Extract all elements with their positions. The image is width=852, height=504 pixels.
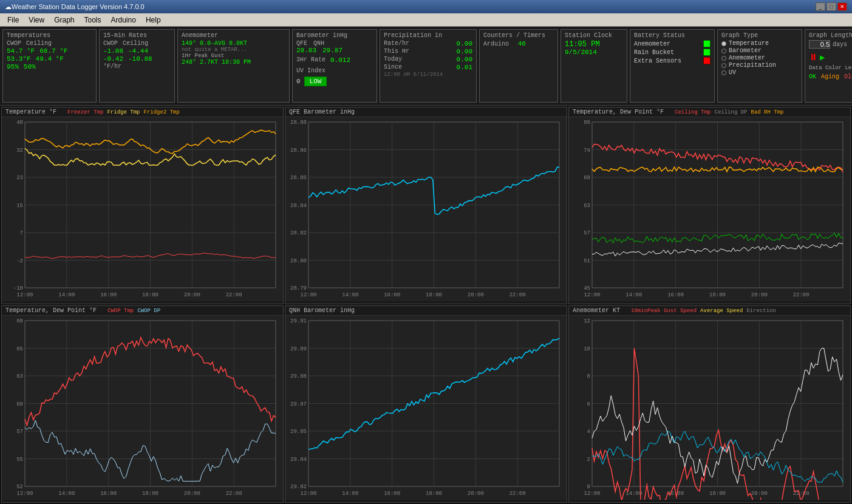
graph-length-panel: Graph Length days ⏸ ▶ Data Color Legend … <box>805 29 852 103</box>
rates-panel: 15-min Rates CWOP Ceiling -1.08 -4.44 -0… <box>99 29 175 103</box>
graph-type-title: Graph Type <box>721 32 798 39</box>
chart-tempdew-title: Temperature, Dew Point °F Ceiling Tmp Ce… <box>569 107 850 117</box>
cwop-temp-1: 54.7 °F <box>7 47 35 55</box>
precipitation-panel: Precipitation in Rate/hr 0.00 This Hr 0.… <box>380 29 477 103</box>
menu-arduino[interactable]: Arduino <box>106 15 141 26</box>
ceiling-label: Ceiling <box>26 40 52 47</box>
chart-cwop-temp-dp: Temperature, Dew Point °F CWOP Tmp CWOP … <box>1 305 284 503</box>
graph-type-temp[interactable]: Temperature <box>721 40 798 47</box>
ceiling-temp-1: 68.7 °F <box>39 47 67 55</box>
legend-freezer: Freezer Tmp <box>67 109 103 115</box>
barometer-panel: Barometer inHg QFE QNH 28.83 29.87 3Hr R… <box>292 29 377 103</box>
clock-title: Station Clock <box>565 32 623 39</box>
charts-area: Temperature °F Freezer Tmp Fridge Tmp Fr… <box>0 106 852 504</box>
menu-graph[interactable]: Graph <box>49 15 79 26</box>
app-title: Weather Station Data Logger Version 4.7.… <box>12 3 145 10</box>
uv-badge: LOW <box>304 77 327 86</box>
chart-canvas-bm <box>285 316 567 500</box>
chart-temp-title: Temperature °F Freezer Tmp Fridge Tmp Fr… <box>2 107 283 117</box>
arduino-val: 46 <box>518 40 526 47</box>
rate-cwop-2: -0.42 <box>103 55 123 63</box>
temperatures-panel: Temperatures CWOP Ceiling 54.7 °F 68.7 °… <box>2 29 97 103</box>
chart-canvas-br <box>569 316 850 500</box>
anem-line1: 149° 0.0-AVG 0.0KT <box>182 40 285 47</box>
graph-type-uv[interactable]: UV <box>721 69 798 76</box>
title-bar: ☁ Weather Station Data Logger Version 4.… <box>0 0 852 13</box>
chart-anemometer-kt: Anemometer KT 10minPeak Gust Speed Avera… <box>568 305 851 503</box>
precip-since-date: 12:00 AM 6/11/2014 <box>384 72 472 78</box>
data-color-legend: OK Aging Old <box>809 73 852 80</box>
menu-file[interactable]: File <box>2 15 24 26</box>
chart-cwop-title: Temperature, Dew Point °F CWOP Tmp CWOP … <box>2 306 283 316</box>
graph-length-unit: days <box>833 41 847 48</box>
chart-qnh-baro: QNH Barometer inHg <box>285 305 567 503</box>
graph-length-title: Graph Length <box>809 32 852 39</box>
graph-type-baro[interactable]: Barometer <box>721 47 798 54</box>
battery-anem-led <box>703 40 711 47</box>
graph-type-panel: Graph Type Temperature Barometer Anemome… <box>717 29 802 103</box>
rates-title: 15-min Rates <box>103 32 171 39</box>
uv-section: UV Index 0 LOW <box>296 67 373 86</box>
uv-value: 0 <box>296 78 301 85</box>
chart-temp-top-left: Temperature °F Freezer Tmp Fridge Tmp Fr… <box>1 107 284 304</box>
chart-canvas-tr <box>569 117 850 301</box>
chart-temp-dewpt-top: Temperature, Dew Point °F Ceiling Tmp Ce… <box>568 107 851 304</box>
close-button[interactable]: ✕ <box>837 2 847 11</box>
graph-type-anem[interactable]: Anemometer <box>721 55 798 61</box>
legend-fridge: Fridge Tmp <box>107 109 140 115</box>
legend-ok: OK <box>809 73 816 80</box>
radio-temp[interactable] <box>721 41 726 46</box>
menu-view[interactable]: View <box>24 15 49 26</box>
menu-tools[interactable]: Tools <box>80 15 106 26</box>
ceiling-humidity: 50% <box>24 63 36 70</box>
radio-precip[interactable] <box>721 63 726 68</box>
app-icon: ☁ <box>5 3 12 11</box>
anemometer-panel: Anemometer 149° 0.0-AVG 0.0KT not quite … <box>177 29 290 103</box>
precip-title: Precipitation in <box>384 32 472 39</box>
radio-anem[interactable] <box>721 56 726 61</box>
precip-today-label: Today <box>384 56 402 63</box>
radio-uv[interactable] <box>721 70 726 75</box>
precip-since-label: Since <box>384 64 402 71</box>
menu-help[interactable]: Help <box>141 15 166 26</box>
maximize-button[interactable]: □ <box>826 2 836 11</box>
chart-canvas-bl <box>2 316 283 500</box>
baro-qnh-val: 29.87 <box>322 47 343 54</box>
precip-rate-val: 0.00 <box>457 40 472 47</box>
baro-qnh-label: QNH <box>313 40 324 47</box>
graph-type-precip[interactable]: Precipitation <box>721 62 798 69</box>
rates-ceiling-label: Ceiling <box>123 40 148 47</box>
rate-ceiling-1: -4.44 <box>128 47 148 55</box>
precip-today-val: 0.00 <box>457 56 472 63</box>
anem-peakgust-label: 1Hr Peak Gust <box>182 53 285 59</box>
pause-button[interactable]: ⏸ <box>809 53 817 63</box>
radio-baro[interactable] <box>721 49 726 53</box>
chart-qnh-title: QNH Barometer inHg <box>285 306 567 316</box>
chart-anem-title: Anemometer KT 10minPeak Gust Speed Avera… <box>569 306 850 316</box>
battery-title: Battery Status <box>634 32 711 39</box>
precip-rate-label: Rate/hr <box>384 40 409 47</box>
chart-qfe-baro: QFE Barometer inHg <box>285 107 567 304</box>
minimize-button[interactable]: _ <box>816 2 825 11</box>
rates-unit: °F/hr <box>103 63 121 70</box>
battery-rain-led <box>703 49 711 56</box>
rates-cwop-label: CWOP <box>103 40 118 47</box>
arduino-label: Arduino <box>483 41 509 47</box>
counters-panel: Counters / Timers Arduino 46 <box>479 29 558 103</box>
baro-qfe-val: 28.83 <box>296 47 316 54</box>
legend-old: Old <box>844 73 852 80</box>
counters-title: Counters / Timers <box>483 32 554 39</box>
anem-metar: not quite a METAR... <box>182 47 285 53</box>
legend-fridge2: Fridge2 Tmp <box>144 109 180 115</box>
precip-thishr-val: 0.00 <box>457 48 472 55</box>
chart-canvas-tl <box>2 117 283 301</box>
clock-date: 9/5/2014 <box>565 49 623 56</box>
play-button[interactable]: ▶ <box>820 52 825 63</box>
anem-peakgust-val: 248° 2.7KT 10:30 PM <box>182 59 285 66</box>
clock-panel: Station Clock 11:05 PM 9/5/2014 <box>561 29 627 103</box>
top-panel: Temperatures CWOP Ceiling 54.7 °F 68.7 °… <box>0 27 852 106</box>
menu-bar: File View Graph Tools Arduino Help <box>0 13 852 27</box>
chart-canvas-tm <box>285 117 567 301</box>
cwop-label: CWOP <box>7 40 21 47</box>
graph-length-input[interactable] <box>809 40 830 49</box>
